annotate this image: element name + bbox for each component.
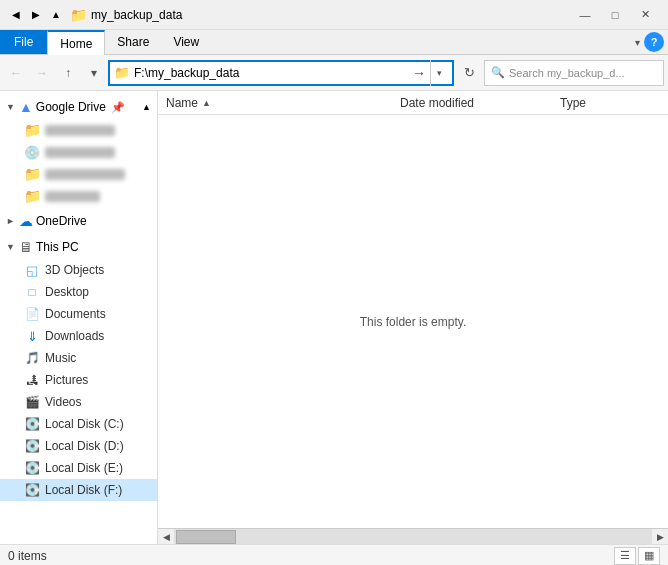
sidebar-item-downloads[interactable]: ⇓ Downloads [0,325,157,347]
sidebar-item-pictures[interactable]: 🏞 Pictures [0,369,157,391]
disk-d-icon: 💽 [24,438,40,454]
onedrive-icon: ☁ [19,213,33,229]
sidebar-section-gdrive: ▼ ▲ Google Drive 📌 ▲ 📁 💿 📁 📁 [0,95,157,207]
sidebar-item-disk-d[interactable]: 💽 Local Disk (D:) [0,435,157,457]
scroll-right-button[interactable]: ▶ [652,529,668,545]
refresh-button[interactable]: ↻ [456,60,482,86]
gdrive-icon: ▲ [19,99,33,115]
blurred-label-4 [45,191,100,202]
col-name-header[interactable]: Name ▲ [166,96,400,110]
status-bar: 0 items ☰ ▦ [0,544,668,565]
disk-e-icon: 💽 [24,460,40,476]
view-details-button[interactable]: ☰ [614,547,636,565]
scroll-thumb[interactable] [176,530,236,544]
chevron-onedrive: ► [6,216,16,226]
title-icon-forward: ▶ [28,7,44,23]
downloads-label: Downloads [45,329,104,343]
col-type-header[interactable]: Type [560,96,660,110]
disk-f-label: Local Disk (F:) [45,483,122,497]
music-icon: 🎵 [24,350,40,366]
title-bar: ◀ ▶ ▲ 📁 my_backup_data — □ ✕ [0,0,668,30]
sidebar-section-onedrive: ► ☁ OneDrive [0,209,157,233]
sidebar-header-onedrive[interactable]: ► ☁ OneDrive [0,209,157,233]
thispc-label: This PC [36,240,79,254]
onedrive-label: OneDrive [36,214,87,228]
title-icon-back: ◀ [8,7,24,23]
3dobjects-icon: ◱ [24,262,40,278]
scroll-track[interactable] [174,529,652,545]
sidebar-item-blurred-4[interactable]: 📁 [0,185,157,207]
sidebar-item-blurred-2[interactable]: 💿 [0,141,157,163]
col-date-header[interactable]: Date modified [400,96,560,110]
view-buttons: ☰ ▦ [614,547,660,565]
scroll-left-button[interactable]: ◀ [158,529,174,545]
horizontal-scrollbar[interactable]: ◀ ▶ [158,528,668,544]
chevron-gdrive: ▼ [6,102,16,112]
disk-e-label: Local Disk (E:) [45,461,123,475]
title-icon-up: ▲ [48,7,64,23]
close-button[interactable]: ✕ [630,0,660,30]
item-count: 0 items [8,549,47,563]
blurred-label-1 [45,125,115,136]
window-controls: — □ ✕ [570,0,660,30]
help-button[interactable]: ? [644,32,664,52]
sidebar-item-disk-e[interactable]: 💽 Local Disk (E:) [0,457,157,479]
ribbon: File Home Share View ▾ ? [0,30,668,55]
tab-share[interactable]: Share [105,30,161,54]
folder-icon-blurred-3: 📁 [24,166,40,182]
sidebar-header-thispc[interactable]: ▼ 🖥 This PC [0,235,157,259]
music-label: Music [45,351,76,365]
gdrive-pin: 📌 [111,101,125,114]
documents-label: Documents [45,307,106,321]
disk-c-label: Local Disk (C:) [45,417,124,431]
address-bar-row: ← → ↑ ▾ 📁 F:\my_backup_data → ▾ ↻ 🔍 Sear… [0,55,668,91]
up-button[interactable]: ↑ [56,61,80,85]
sidebar-item-documents[interactable]: 📄 Documents [0,303,157,325]
address-box[interactable]: 📁 F:\my_backup_data → ▾ [108,60,454,86]
title-text: my_backup_data [91,8,570,22]
gdrive-label: Google Drive [36,100,106,114]
address-folder-icon: 📁 [114,65,130,80]
videos-icon: 🎬 [24,394,40,410]
col-sort-arrow: ▲ [202,98,211,108]
documents-icon: 📄 [24,306,40,322]
forward-button[interactable]: → [30,61,54,85]
tab-view[interactable]: View [161,30,211,54]
disk-f-icon: 💽 [24,482,40,498]
sidebar-item-desktop[interactable]: □ Desktop [0,281,157,303]
sidebar: ▼ ▲ Google Drive 📌 ▲ 📁 💿 📁 📁 [0,91,158,544]
address-dropdown-icon[interactable]: ▾ [430,60,448,86]
recent-locations-button[interactable]: ▾ [82,61,106,85]
folder-icon-blurred-1: 📁 [24,122,40,138]
sidebar-header-gdrive[interactable]: ▼ ▲ Google Drive 📌 ▲ [0,95,157,119]
tab-file[interactable]: File [0,30,47,54]
blurred-label-2 [45,147,115,158]
back-button[interactable]: ← [4,61,28,85]
col-name-label: Name [166,96,198,110]
chevron-thispc: ▼ [6,242,16,252]
disk-d-label: Local Disk (D:) [45,439,124,453]
empty-message: This folder is empty. [360,315,466,329]
address-path: F:\my_backup_data [134,66,408,80]
disk-icon-blurred: 💿 [24,144,40,160]
sidebar-item-3dobjects[interactable]: ◱ 3D Objects [0,259,157,281]
sidebar-item-disk-c[interactable]: 💽 Local Disk (C:) [0,413,157,435]
sidebar-item-disk-f[interactable]: 💽 Local Disk (F:) [0,479,157,501]
gdrive-expand: ▲ [142,102,151,112]
minimize-button[interactable]: — [570,0,600,30]
sidebar-item-blurred-1[interactable]: 📁 [0,119,157,141]
sidebar-item-music[interactable]: 🎵 Music [0,347,157,369]
search-box[interactable]: 🔍 Search my_backup_d... [484,60,664,86]
content-area: Name ▲ Date modified Type This folder is… [158,91,668,544]
file-list: This folder is empty. [158,115,668,528]
3dobjects-label: 3D Objects [45,263,104,277]
maximize-button[interactable]: □ [600,0,630,30]
sidebar-item-blurred-3[interactable]: 📁 [0,163,157,185]
folder-icon-blurred-4: 📁 [24,188,40,204]
view-large-icons-button[interactable]: ▦ [638,547,660,565]
ribbon-expand-icon[interactable]: ▾ [631,37,644,48]
sidebar-item-videos[interactable]: 🎬 Videos [0,391,157,413]
search-placeholder-text: Search my_backup_d... [509,67,657,79]
tab-home[interactable]: Home [47,30,105,55]
videos-label: Videos [45,395,81,409]
